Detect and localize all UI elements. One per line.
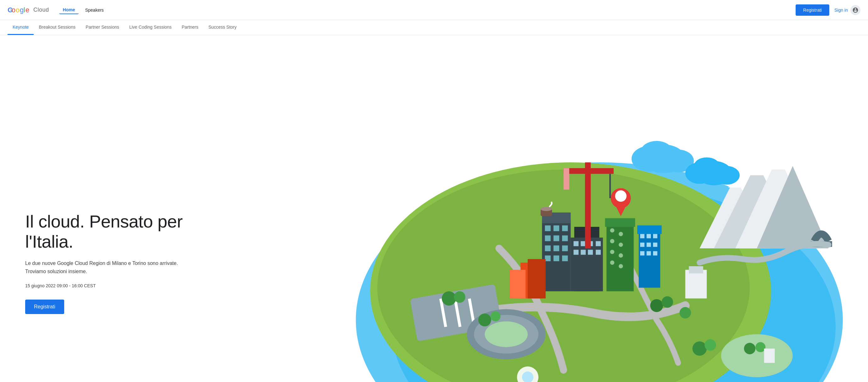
svg-point-103 <box>755 342 766 352</box>
subnav-success[interactable]: Success Story <box>203 20 241 35</box>
svg-point-98 <box>490 311 500 321</box>
svg-point-94 <box>650 299 663 312</box>
svg-rect-23 <box>554 235 559 241</box>
user-avatar-icon[interactable] <box>850 5 861 15</box>
svg-point-93 <box>454 291 465 303</box>
svg-point-114 <box>541 207 552 211</box>
svg-point-99 <box>692 342 707 356</box>
city-illustration-svg <box>198 48 843 382</box>
svg-rect-80 <box>689 266 704 274</box>
nav-speakers[interactable]: Speakers <box>81 6 107 14</box>
svg-point-92 <box>442 291 456 306</box>
hero-date-end: 16:00 <box>72 283 83 288</box>
svg-marker-78 <box>770 155 787 169</box>
svg-rect-19 <box>545 225 551 231</box>
hero-date-start: 15 giugno 2022 09:00 <box>25 283 68 288</box>
svg-rect-37 <box>574 250 579 255</box>
hero-subtitle-line1: Le due nuove Google Cloud Region di Mila… <box>25 260 178 266</box>
main-nav: Home Speakers <box>59 6 796 14</box>
svg-rect-36 <box>596 241 601 246</box>
svg-marker-77 <box>748 162 766 175</box>
hero-title-line2: l'Italia. <box>25 231 73 251</box>
hero-title-line1: Il cloud. Pensato per <box>25 212 183 231</box>
svg-point-44 <box>619 232 623 236</box>
nav-home[interactable]: Home <box>59 6 79 14</box>
hero-date-separator: - <box>68 283 71 288</box>
svg-rect-59 <box>640 251 645 255</box>
svg-point-47 <box>610 250 614 254</box>
header-registrati-button[interactable]: Registrati <box>796 4 829 16</box>
svg-point-43 <box>610 228 614 232</box>
subnav-partner[interactable]: Partner Sessions <box>81 20 124 35</box>
svg-rect-65 <box>585 162 591 248</box>
account-circle-icon <box>852 7 859 13</box>
secondary-nav: Keynote Breakout Sessions Partner Sessio… <box>0 20 868 35</box>
svg-rect-40 <box>596 250 601 255</box>
svg-rect-30 <box>562 255 568 261</box>
svg-rect-63 <box>528 259 546 298</box>
subnav-partners[interactable]: Partners <box>177 20 203 35</box>
svg-point-112 <box>694 157 720 174</box>
svg-rect-79 <box>685 270 707 298</box>
svg-point-45 <box>610 239 614 244</box>
hero-registrati-button[interactable]: Registrati <box>25 299 64 314</box>
svg-rect-34 <box>581 241 586 246</box>
svg-rect-60 <box>646 251 651 255</box>
svg-point-16 <box>485 321 528 347</box>
svg-rect-20 <box>554 225 559 231</box>
svg-rect-104 <box>764 349 775 363</box>
svg-point-49 <box>610 260 614 265</box>
svg-rect-66 <box>564 168 614 174</box>
svg-rect-26 <box>554 246 559 251</box>
hero-subtitle: Le due nuove Google Cloud Region di Mila… <box>25 259 198 275</box>
svg-rect-33 <box>574 241 579 246</box>
svg-rect-27 <box>562 246 568 251</box>
svg-rect-58 <box>653 243 657 247</box>
svg-rect-56 <box>640 243 645 247</box>
hero-date-timezone: CEST <box>83 283 96 288</box>
header-actions: Registrati Sign in <box>796 4 861 16</box>
svg-rect-67 <box>564 168 569 189</box>
svg-text:o: o <box>16 6 20 14</box>
svg-point-50 <box>619 264 623 268</box>
subnav-keynote[interactable]: Keynote <box>7 20 34 35</box>
svg-rect-25 <box>545 246 551 251</box>
subnav-livecoding[interactable]: Live Coding Sessions <box>124 20 177 35</box>
svg-rect-22 <box>545 235 551 241</box>
svg-rect-29 <box>554 255 559 261</box>
svg-rect-51 <box>639 230 660 288</box>
svg-rect-61 <box>653 251 657 255</box>
svg-point-101 <box>721 334 793 377</box>
svg-rect-54 <box>646 234 651 238</box>
svg-point-95 <box>661 296 673 308</box>
cloud-label: Cloud <box>33 7 49 13</box>
svg-point-96 <box>680 307 691 318</box>
svg-rect-42 <box>605 218 636 227</box>
svg-text:l: l <box>24 6 25 14</box>
svg-point-100 <box>705 339 716 351</box>
svg-text:g: g <box>20 6 24 14</box>
svg-rect-24 <box>562 235 568 241</box>
svg-point-70 <box>615 190 626 202</box>
hero-date: 15 giugno 2022 09:00 - 16:00 CEST <box>25 283 198 288</box>
hero-subtitle-line2: Troviamo soluzioni insieme. <box>25 269 87 274</box>
hero-title: Il cloud. Pensato per l'Italia. <box>25 212 198 252</box>
main-header: G o o g l e Cloud Home Speakers Registra… <box>0 0 868 20</box>
subnav-breakout[interactable]: Breakout Sessions <box>34 20 81 35</box>
svg-rect-39 <box>588 250 593 255</box>
svg-rect-21 <box>562 225 568 231</box>
svg-rect-28 <box>545 255 551 261</box>
svg-rect-57 <box>646 243 651 247</box>
svg-point-102 <box>744 343 755 354</box>
svg-rect-38 <box>581 250 586 255</box>
svg-text:o: o <box>12 6 16 14</box>
hero-content: Il cloud. Pensato per l'Italia. Le due n… <box>25 212 198 314</box>
svg-rect-64 <box>510 270 526 298</box>
svg-rect-55 <box>653 234 657 238</box>
sign-in-label: Sign in <box>834 7 848 12</box>
svg-text:e: e <box>26 6 29 14</box>
svg-point-48 <box>619 253 623 258</box>
svg-rect-53 <box>640 234 645 238</box>
google-cloud-logo[interactable]: G o o g l e Cloud <box>7 6 49 14</box>
sign-in-link[interactable]: Sign in <box>834 5 861 15</box>
